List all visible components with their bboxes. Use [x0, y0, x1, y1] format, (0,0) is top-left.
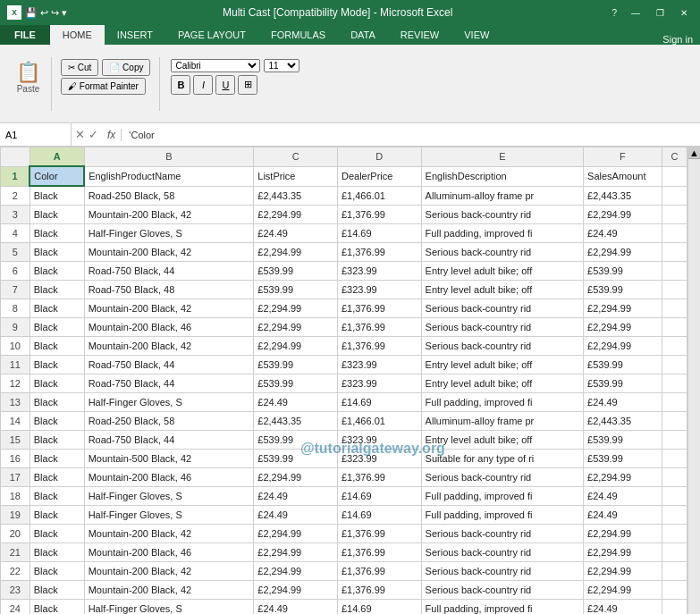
cell-F8[interactable]: £2,294.99 — [584, 299, 662, 318]
cell-g7[interactable] — [662, 281, 687, 299]
cell-C21[interactable]: £2,294.99 — [254, 543, 338, 562]
cell-C10[interactable]: £2,294.99 — [254, 337, 338, 356]
cell-g19[interactable] — [662, 506, 687, 525]
row-num-7[interactable]: 7 — [1, 281, 30, 299]
cell-B13[interactable]: Half-Finger Gloves, S — [84, 393, 254, 412]
cell-B3[interactable]: Mountain-200 Black, 42 — [84, 206, 254, 224]
cell-B7[interactable]: Road-750 Black, 48 — [84, 281, 254, 299]
cell-F24[interactable]: £24.49 — [584, 600, 662, 615]
cell-C13[interactable]: £24.49 — [254, 393, 338, 412]
col-header-a[interactable]: A — [30, 147, 84, 167]
cell-g5[interactable] — [662, 243, 687, 262]
cell-E12[interactable]: Entry level adult bike; off — [421, 374, 583, 393]
row-num-17[interactable]: 17 — [1, 468, 30, 487]
cell-D9[interactable]: £1,376.99 — [337, 318, 421, 337]
cell-C16[interactable]: £539.99 — [254, 450, 338, 468]
cell-F2[interactable]: £2,443.35 — [584, 186, 662, 206]
tab-view[interactable]: VIEW — [451, 25, 502, 45]
cancel-formula-icon[interactable]: ✕ — [75, 128, 85, 141]
cell-B8[interactable]: Mountain-200 Black, 42 — [84, 299, 254, 318]
cell-A4[interactable]: Black — [30, 224, 84, 243]
cell-B5[interactable]: Mountain-200 Black, 42 — [84, 243, 254, 262]
cell-D12[interactable]: £323.99 — [337, 374, 421, 393]
underline-btn[interactable]: U — [215, 75, 235, 95]
cell-g12[interactable] — [662, 374, 687, 393]
cell-g20[interactable] — [662, 525, 687, 543]
cell-B16[interactable]: Mountain-500 Black, 42 — [84, 450, 254, 468]
cell-B11[interactable]: Road-750 Black, 44 — [84, 356, 254, 374]
cell-E4[interactable]: Full padding, improved fi — [421, 224, 583, 243]
cell-A7[interactable]: Black — [30, 281, 84, 299]
cell-g10[interactable] — [662, 337, 687, 356]
cell-B9[interactable]: Mountain-200 Black, 46 — [84, 318, 254, 337]
cell-D4[interactable]: £14.69 — [337, 224, 421, 243]
cell-A23[interactable]: Black — [30, 581, 84, 600]
cell-A2[interactable]: Black — [30, 186, 84, 206]
bold-btn[interactable]: B — [171, 75, 190, 95]
cell-A8[interactable]: Black — [30, 299, 84, 318]
cell-D21[interactable]: £1,376.99 — [337, 543, 421, 562]
cell-E8[interactable]: Serious back-country rid — [421, 299, 583, 318]
tab-page-layout[interactable]: PAGE LAYOUT — [165, 25, 258, 45]
col-header-c[interactable]: C — [254, 147, 338, 167]
ribbon-cut-btn[interactable]: ✂ Cut — [61, 59, 98, 76]
cell-D11[interactable]: £323.99 — [337, 356, 421, 374]
cell-b1[interactable]: EnglishProductName — [84, 166, 254, 186]
cell-C24[interactable]: £24.49 — [254, 600, 338, 615]
cell-F16[interactable]: £539.99 — [584, 450, 662, 468]
cell-A21[interactable]: Black — [30, 543, 84, 562]
scroll-up-btn[interactable]: ▲ — [688, 147, 700, 159]
cell-E21[interactable]: Serious back-country rid — [421, 543, 583, 562]
cell-A6[interactable]: Black — [30, 262, 84, 281]
cell-A13[interactable]: Black — [30, 393, 84, 412]
cell-C6[interactable]: £539.99 — [254, 262, 338, 281]
cell-A24[interactable]: Black — [30, 600, 84, 615]
cell-A11[interactable]: Black — [30, 356, 84, 374]
cell-B2[interactable]: Road-250 Black, 58 — [84, 186, 254, 206]
cell-C5[interactable]: £2,294.99 — [254, 243, 338, 262]
cell-E11[interactable]: Entry level adult bike; off — [421, 356, 583, 374]
vertical-scrollbar[interactable]: ▲ ▼ — [687, 147, 700, 614]
cell-E2[interactable]: Alluminum-alloy frame pr — [421, 186, 583, 206]
row-num-19[interactable]: 19 — [1, 506, 30, 525]
cell-f1[interactable]: SalesAmount — [584, 166, 662, 186]
cell-D2[interactable]: £1,466.01 — [337, 186, 421, 206]
cell-C11[interactable]: £539.99 — [254, 356, 338, 374]
cell-C22[interactable]: £2,294.99 — [254, 562, 338, 581]
col-header-f[interactable]: F — [584, 147, 662, 167]
cell-C12[interactable]: £539.99 — [254, 374, 338, 393]
undo-icon[interactable]: ↩ — [40, 7, 48, 19]
cell-E17[interactable]: Serious back-country rid — [421, 468, 583, 487]
cell-F17[interactable]: £2,294.99 — [584, 468, 662, 487]
row-num-22[interactable]: 22 — [1, 562, 30, 581]
cell-C9[interactable]: £2,294.99 — [254, 318, 338, 337]
close-button[interactable]: ✕ — [675, 6, 693, 20]
cell-F13[interactable]: £24.49 — [584, 393, 662, 412]
col-header-b[interactable]: B — [84, 147, 254, 167]
ribbon-copy-btn[interactable]: 📄 Copy — [102, 59, 150, 76]
redo-icon[interactable]: ↪ — [51, 7, 59, 19]
cell-D7[interactable]: £323.99 — [337, 281, 421, 299]
cell-E6[interactable]: Entry level adult bike; off — [421, 262, 583, 281]
cell-g15[interactable] — [662, 431, 687, 450]
row-num-8[interactable]: 8 — [1, 299, 30, 318]
cell-F12[interactable]: £539.99 — [584, 374, 662, 393]
cell-A19[interactable]: Black — [30, 506, 84, 525]
row-num-23[interactable]: 23 — [1, 581, 30, 600]
cell-F15[interactable]: £539.99 — [584, 431, 662, 450]
cell-g8[interactable] — [662, 299, 687, 318]
cell-D19[interactable]: £14.69 — [337, 506, 421, 525]
cell-A14[interactable]: Black — [30, 412, 84, 431]
cell-F19[interactable]: £24.49 — [584, 506, 662, 525]
cell-g9[interactable] — [662, 318, 687, 337]
cell-E23[interactable]: Serious back-country rid — [421, 581, 583, 600]
row-num-1[interactable]: 1 — [1, 166, 30, 186]
cell-B17[interactable]: Mountain-200 Black, 46 — [84, 468, 254, 487]
cell-g16[interactable] — [662, 450, 687, 468]
cell-C4[interactable]: £24.49 — [254, 224, 338, 243]
cell-A20[interactable]: Black — [30, 525, 84, 543]
cell-g11[interactable] — [662, 356, 687, 374]
cell-D5[interactable]: £1,376.99 — [337, 243, 421, 262]
cell-D6[interactable]: £323.99 — [337, 262, 421, 281]
cell-E20[interactable]: Serious back-country rid — [421, 525, 583, 543]
